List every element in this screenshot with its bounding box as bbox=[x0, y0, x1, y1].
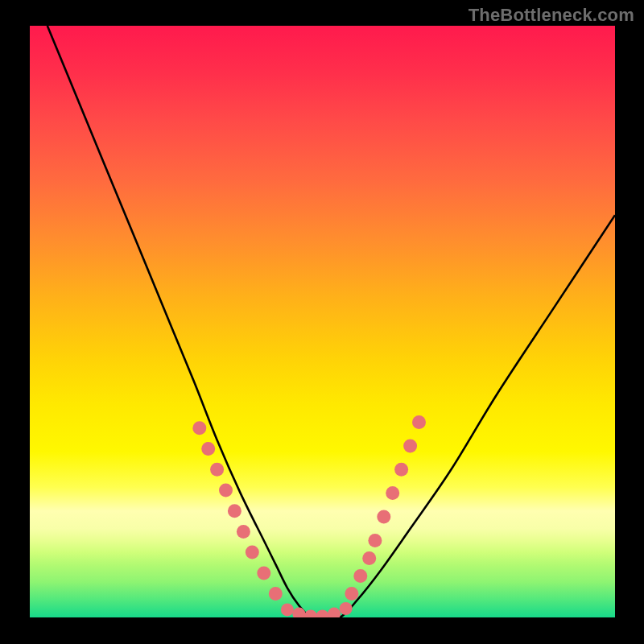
data-markers bbox=[192, 415, 426, 617]
data-marker bbox=[237, 525, 250, 539]
data-marker bbox=[269, 587, 283, 601]
data-marker bbox=[394, 463, 408, 477]
data-marker bbox=[257, 566, 270, 580]
data-marker bbox=[353, 569, 367, 583]
data-marker bbox=[210, 463, 224, 477]
data-marker bbox=[219, 484, 233, 497]
data-marker bbox=[246, 546, 259, 559]
plot-area bbox=[30, 26, 615, 617]
data-marker bbox=[201, 442, 215, 456]
data-marker bbox=[228, 504, 242, 518]
data-marker bbox=[340, 602, 353, 615]
data-marker bbox=[192, 421, 206, 435]
data-marker bbox=[403, 439, 417, 452]
data-marker bbox=[292, 608, 305, 617]
data-marker bbox=[368, 534, 382, 547]
chart-svg bbox=[30, 26, 615, 617]
bottleneck-curve bbox=[47, 26, 615, 617]
data-marker bbox=[377, 510, 390, 524]
data-marker bbox=[328, 608, 341, 617]
outer-frame: TheBottleneck.com bbox=[0, 0, 644, 644]
data-marker bbox=[281, 603, 294, 616]
data-marker bbox=[362, 551, 376, 565]
data-marker bbox=[412, 415, 426, 429]
watermark-text: TheBottleneck.com bbox=[469, 5, 634, 26]
data-marker bbox=[386, 486, 399, 500]
data-marker bbox=[304, 610, 317, 618]
data-marker bbox=[316, 610, 329, 618]
data-marker bbox=[345, 587, 358, 601]
